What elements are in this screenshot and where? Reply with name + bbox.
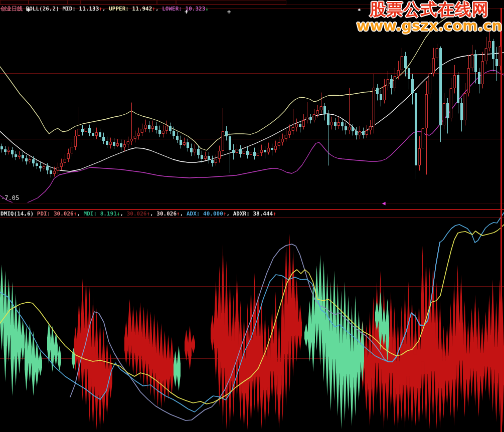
watermark: 股票公式在线网 www.gszx.com.cn xyxy=(357,1,502,33)
toolbar-button-clipped[interactable] xyxy=(81,0,157,5)
signal-marker-icon: * xyxy=(26,8,31,16)
indicator-label: LOWER: xyxy=(162,6,185,12)
right-frame-line[interactable] xyxy=(500,8,502,432)
symbol-period-label: 创业日线 xyxy=(1,6,26,12)
indicator-label: UPPER: xyxy=(109,6,132,12)
trend-arrow-icon: ↑ xyxy=(273,210,276,217)
indicator-value: 30.026 xyxy=(127,210,147,217)
indicator-value: 30.026 xyxy=(54,210,74,217)
separator: , xyxy=(180,210,187,217)
indicator-name: DMIQ(14,6) xyxy=(1,210,37,217)
indicator-label: MID: xyxy=(62,6,79,12)
panel-divider-line-thin xyxy=(0,203,504,203)
trend-arrow-icon: ↑ xyxy=(177,210,180,217)
panel-divider-line[interactable] xyxy=(0,209,504,210)
dmi-header: DMIQ(14,6) PDI: 30.026↑, MDI: 8.191↓, 30… xyxy=(1,210,276,217)
signal-marker-icon: + xyxy=(185,9,188,15)
watermark-site-url: www.gszx.com.cn xyxy=(357,18,502,33)
watermark-site-name: 股票公式在线网 xyxy=(357,1,502,18)
indicator-value: 40.000 xyxy=(203,210,223,217)
indicator-label: PDI: xyxy=(37,210,54,217)
indicator-value: 8.191 xyxy=(100,210,117,217)
indicator-label: ADX: xyxy=(187,210,203,217)
separator: , xyxy=(226,210,233,217)
divider-arrow-icon[interactable]: ◀ xyxy=(382,200,386,206)
separator: , xyxy=(102,6,109,12)
toolbar-button-clipped[interactable] xyxy=(29,0,68,5)
toolbar-button-clipped[interactable] xyxy=(0,0,29,5)
separator: , xyxy=(120,210,126,217)
indicator-value: 11.133 xyxy=(79,6,99,12)
separator: , xyxy=(155,6,162,12)
trend-arrow-icon: ↓ xyxy=(205,6,209,12)
stock-chart-window: 创业日线 BOLL(26,2) MID: 11.133↑, UPPER: 11.… xyxy=(0,0,504,432)
toolbar-button-clipped[interactable] xyxy=(68,0,81,5)
indicator-value: 38.444 xyxy=(253,210,273,217)
indicator-value: 30.026 xyxy=(156,210,177,217)
toolbar-button-clipped[interactable] xyxy=(157,0,176,5)
indicator-name: BOLL(26,2) xyxy=(26,6,63,12)
indicator-value: 11.942 xyxy=(132,6,152,12)
indicator-label: ADXR: xyxy=(233,210,253,217)
indicator-label: MDI: xyxy=(84,210,100,217)
boll-header: 创业日线 BOLL(26,2) MID: 11.133↑, UPPER: 11.… xyxy=(1,5,209,13)
signal-marker-icon: + xyxy=(227,9,231,15)
separator: , xyxy=(150,210,156,217)
price-panel-label: -7.05 xyxy=(1,194,19,201)
trend-arrow-icon: ↑ xyxy=(99,6,102,12)
trend-arrow-icon: ↑ xyxy=(152,6,155,12)
indicator-value: 10.323 xyxy=(186,6,206,12)
toolbar-button-clipped[interactable] xyxy=(176,0,286,5)
separator: , xyxy=(77,210,83,217)
